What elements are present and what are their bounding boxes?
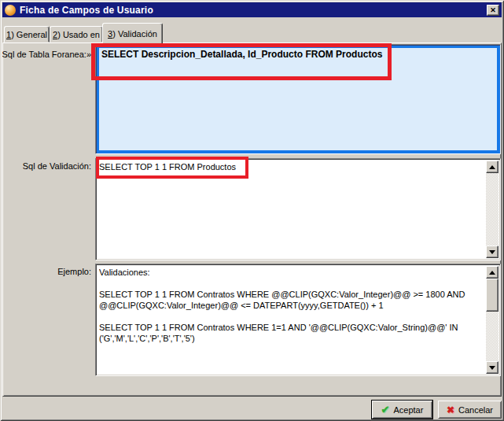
- dialog-window: Ficha de Campos de Usuario ✕ 1) General …: [0, 0, 504, 421]
- foreign-sql-label: Sql de Tabla Foranea:»: [0, 50, 91, 59]
- x-icon: ✖: [447, 404, 454, 415]
- arrow-up-icon: [489, 165, 495, 169]
- scroll-down-button[interactable]: [486, 246, 498, 258]
- accept-button-label: Aceptar: [393, 405, 423, 415]
- validation-sql-text: SELECT TOP 1 1 FROM Productos: [99, 161, 483, 257]
- foreign-sql-text: SELECT Descripcion_Detallada, Id_Product…: [99, 48, 497, 150]
- scroll-up-button[interactable]: [486, 266, 498, 279]
- scrollbar-thumb[interactable]: [486, 279, 498, 312]
- check-icon: ✔: [381, 404, 390, 415]
- example-input[interactable]: Validaciones: SELECT TOP 1 1 FROM Contra…: [95, 264, 501, 376]
- arrow-down-icon: [489, 250, 495, 254]
- close-icon: ✕: [490, 6, 496, 14]
- validation-sql-label: Sql de Validación:: [0, 161, 91, 171]
- scrollbar-track[interactable]: [486, 173, 498, 246]
- cancel-button[interactable]: ✖ Cancelar: [438, 401, 502, 419]
- arrow-up-icon: [489, 271, 495, 275]
- tab-usado-en[interactable]: 2) Usado en: [50, 26, 103, 42]
- titlebar: Ficha de Campos de Usuario ✕: [2, 2, 502, 17]
- example-text: Validaciones: SELECT TOP 1 1 FROM Contra…: [99, 267, 483, 373]
- example-label: Ejemplo:: [0, 267, 91, 276]
- close-button[interactable]: ✕: [487, 5, 499, 16]
- window-title: Ficha de Campos de Usuario: [20, 5, 153, 16]
- arrow-down-icon: [489, 366, 495, 370]
- scroll-down-button[interactable]: [486, 361, 498, 374]
- tab-general-label: 1) General: [6, 30, 47, 39]
- scrollbar-track[interactable]: [486, 279, 498, 361]
- app-icon: [5, 5, 16, 16]
- example-scrollbar[interactable]: [486, 266, 498, 374]
- tab-validacion-label: 3) Validación: [108, 29, 157, 39]
- tab-validacion[interactable]: 3) Validación: [102, 23, 163, 44]
- validation-sql-input[interactable]: SELECT TOP 1 1 FROM Productos: [95, 158, 501, 260]
- tab-usado-en-label: 2) Usado en: [53, 30, 100, 39]
- validation-sql-scrollbar[interactable]: [486, 161, 498, 258]
- cancel-button-label: Cancelar: [458, 405, 493, 415]
- scroll-up-button[interactable]: [486, 161, 498, 173]
- tab-general[interactable]: 1) General: [4, 26, 50, 42]
- accept-button[interactable]: ✔ Aceptar: [372, 401, 432, 419]
- foreign-sql-input[interactable]: SELECT Descripcion_Detallada, Id_Product…: [95, 44, 501, 154]
